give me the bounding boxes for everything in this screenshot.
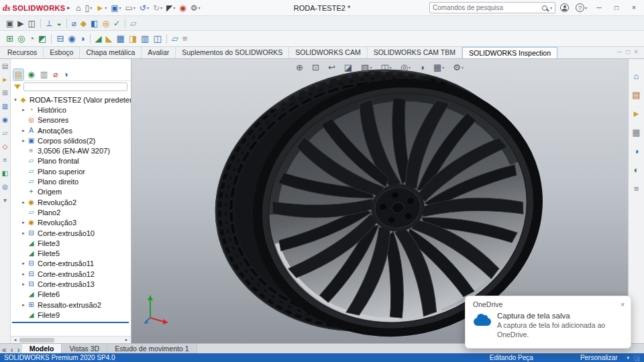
previous-view-icon[interactable]: ↩ [327,61,337,73]
restore-button[interactable]: □ [609,4,624,11]
close-button[interactable]: × [627,4,641,11]
displaymanager-tab[interactable]: ◑ [62,69,69,80]
ribbon-tab-avaliar[interactable]: Avaliar [142,47,176,58]
solid-strip-icon[interactable]: ◧ [2,169,8,178]
tree-item[interactable]: ▸⊟Corte-extrusão12 [11,269,131,279]
file-explorer-icon[interactable]: ► [631,107,642,119]
tree-item[interactable]: ▸◉Revolução2 [11,197,131,207]
tree-item[interactable]: ▸⊞Ressalto-extrusão2 [11,300,131,310]
tab-vistas-3d[interactable]: Vistas 3D [62,344,107,353]
print-icon[interactable]: ▭▾ [124,2,137,14]
tree-item[interactable]: ▸⊟Corte-extrusão11 [11,259,131,269]
lofted-boss-icon[interactable]: ◩ [37,33,48,45]
redo-icon[interactable]: ↻▾ [152,2,164,14]
close-document-icon[interactable]: × [633,46,639,58]
select-icon[interactable]: ◤▾ [165,2,176,14]
ribbon-tab-solidworks-cam[interactable]: SOLIDWORKS CAM [289,47,367,58]
ruler-icon[interactable]: ▱ [129,17,138,29]
tab-estudo-de-movimento-1[interactable]: Estudo de movimento 1 [107,344,197,353]
tree-item[interactable]: ▱Plano direito [11,176,131,186]
search-dropdown-arrow[interactable]: ▾ [550,5,552,10]
mass-properties-icon[interactable]: ◆ [79,17,88,29]
note-strip-icon[interactable]: ≡ [3,156,7,164]
minimize-button[interactable]: ─ [592,4,606,11]
search-input[interactable] [433,4,540,11]
resources-home-icon[interactable]: ⌂ [633,70,641,82]
sketch-strip-icon[interactable]: ◇ [3,142,8,151]
open-icon[interactable]: ►▾ [95,2,108,14]
minimize-document-icon[interactable]: ─ [616,46,623,58]
dimxpertmanager-tab[interactable]: ⌀ [52,69,59,80]
display-style-icon[interactable]: ◫▾ [379,61,392,73]
scroll-left-arrow[interactable]: ◂ [11,337,19,343]
tree-item[interactable]: ◢Filete9 [11,310,131,320]
expand-arrow[interactable]: ▸ [20,272,27,277]
view-palette-icon[interactable]: ▦ [631,126,641,138]
command-search-box[interactable]: ▾ [429,2,555,13]
expand-arrow[interactable]: ▸ [20,200,27,205]
restore-document-icon[interactable]: □ [625,46,631,58]
reference-geometry-icon[interactable]: ▱ [170,33,180,45]
publish-view-icon[interactable]: ◫ [27,17,37,29]
hole-wizard-icon[interactable]: ◉ [66,33,76,45]
ribbon-tab-recursos[interactable]: Recursos [1,47,44,58]
onedrive-notification[interactable]: OneDrive × Captura de tela salva A captu… [465,296,631,349]
tree-item[interactable]: ◎Sensores [11,115,131,125]
ribbon-tab-solidworks-inspection[interactable]: SOLIDWORKS Inspection [462,47,557,58]
copy-strip-icon[interactable]: ⊞ [2,88,7,97]
revolved-cut-icon[interactable]: ◑ [78,33,87,45]
tree-item[interactable]: ▸AAnotações [11,125,131,135]
expand-arrow[interactable]: ▸ [20,128,27,133]
revolved-boss-icon[interactable]: ◎ [16,33,26,45]
document-strip-icon[interactable]: ▤ [2,62,8,70]
mate-icon[interactable]: ◒ [55,17,62,29]
featuremanager-tab[interactable]: ▤ [13,69,23,80]
eye-strip-icon[interactable]: ◎ [2,182,8,191]
tree-item[interactable]: ◢Filete6 [11,290,131,300]
section-view-icon[interactable]: ◪ [343,61,354,73]
expand-arrow[interactable]: ▾ [12,97,19,103]
menu-expand-arrow[interactable]: ▸ [67,5,70,11]
expand-arrow[interactable]: ▸ [20,282,27,287]
swept-boss-icon[interactable]: ◔ [28,33,36,45]
align-icon[interactable]: ⊥ [44,17,54,29]
tree-filter-input[interactable] [23,82,127,91]
tree-item[interactable]: ◢Filete5 [11,248,131,258]
measure-icon[interactable]: ⌀ [70,17,78,29]
expand-arrow[interactable]: ▸ [20,220,27,225]
expand-arrow[interactable]: ▸ [20,138,27,143]
save-icon[interactable]: ▣▾ [109,2,122,14]
mirror-icon[interactable]: ◫ [152,33,162,45]
tree-item[interactable]: ▸▣Corpos sólidos(2) [11,135,131,145]
customize-button[interactable]: Personalizar [580,354,618,361]
tree-item[interactable]: ▸⊟Corte-extrusão10 [11,228,131,238]
expand-arrow[interactable]: ▸ [20,261,27,266]
draft-icon[interactable]: ◨ [127,33,138,45]
check-entity-icon[interactable]: ✓ [112,17,121,29]
tree-item[interactable]: ▸◔Histórico [11,105,131,115]
pin-strip-icon[interactable]: ▾ [3,196,7,204]
ribbon-tab-suplementos-do-solidworks[interactable]: Suplementos do SOLIDWORKS [176,47,289,58]
hide-show-items-icon[interactable]: ◎▾ [399,61,412,73]
expand-arrow[interactable]: ▸ [20,231,27,236]
chamfer-icon[interactable]: ◣ [105,33,114,45]
undo-icon[interactable]: ↺▾ [138,2,150,14]
propertymanager-tab[interactable]: ◉ [26,69,36,80]
tree-item[interactable]: +Origem [11,187,131,197]
customize-dropdown-arrow[interactable]: ▾ [627,355,629,361]
section-properties-icon[interactable]: ◧ [89,17,99,29]
design-library-icon[interactable]: ▤ [631,88,641,101]
zoom-to-fit-icon[interactable]: ⊕ [294,61,305,73]
filter-funnel-icon[interactable] [14,84,21,89]
view-strip-icon[interactable]: ◉ [2,115,8,124]
search-icon[interactable] [542,5,547,11]
custom-properties-icon[interactable]: ≡ [633,182,641,194]
options-icon[interactable]: ⚙▾ [189,2,202,14]
rebuild-icon[interactable]: ◉ [178,2,187,14]
open-strip-icon[interactable]: ► [2,75,9,84]
sensor-icon[interactable]: ◎ [101,17,110,29]
fillet-icon[interactable]: ◢ [94,33,103,45]
tree-item[interactable]: ▸⊟Corte-extrusão13 [11,279,131,289]
view-orientation-icon[interactable]: ▧▾ [360,61,373,73]
linear-pattern-icon[interactable]: ▦ [115,33,126,45]
